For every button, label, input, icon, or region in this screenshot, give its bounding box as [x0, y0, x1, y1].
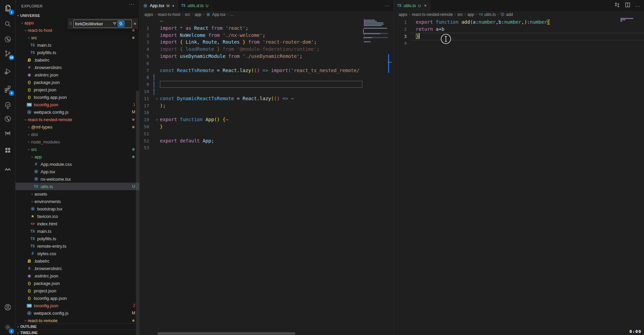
close-icon[interactable]: ×	[424, 3, 427, 8]
eslint-file-icon: ◉	[26, 72, 32, 77]
tree-file--eslintrc-json[interactable]: ◉.eslintrc.json	[16, 272, 139, 280]
fuzzy-search-toggle[interactable]	[118, 21, 124, 27]
tree-file--browserslistrc[interactable]: ≡.browserslistrc	[16, 64, 139, 71]
tree-file-package-json[interactable]: {}package.json	[16, 79, 139, 86]
tree-file-nx-welcome-tsx[interactable]: nx-welcome.tsx	[16, 175, 139, 183]
more-icon[interactable]: ···	[635, 3, 641, 9]
tree-folder-src[interactable]: ›src	[16, 146, 139, 153]
tree-file-tsconfig-app-json[interactable]: {}tsconfig.app.json	[16, 294, 139, 302]
search-icon[interactable]	[0, 16, 15, 32]
breadcrumb-separator: ›	[227, 13, 228, 16]
grid-icon[interactable]	[0, 142, 15, 158]
ts-file-icon: TS	[30, 43, 35, 47]
breadcrumb-app[interactable]: app	[195, 12, 201, 17]
tree-folder-dist[interactable]: ›dist	[16, 131, 139, 138]
tree-folder-react-ts-remote[interactable]: ›react-ts-remote	[16, 317, 139, 324]
tree-file-project-json[interactable]: {}project.json	[16, 86, 139, 93]
tree-file-index-html[interactable]: <>index.html	[16, 220, 139, 227]
breadcrumb-add[interactable]: add	[500, 12, 513, 17]
tree-folder-src[interactable]: ›src	[16, 34, 139, 41]
tree-file-project-json[interactable]: {}project.json	[16, 287, 139, 294]
json-file-icon: {}	[26, 296, 32, 300]
tree-folder-react-ts-nested-remote[interactable]: ›react-ts-nested-remote	[16, 116, 139, 123]
tree-folder-environments[interactable]: ›environments	[16, 198, 139, 205]
breadcrumb-app[interactable]: app	[467, 12, 474, 17]
nx-console-icon[interactable]	[0, 126, 15, 141]
timeline-section[interactable]: › TIMELINE	[16, 330, 139, 335]
tree-file--browserslistrc[interactable]: ≡.browserslistrc	[16, 265, 139, 272]
tab-utils-ts[interactable]: TSutils.tsU×	[394, 0, 430, 11]
tree-file-main-ts[interactable]: TSmain.ts	[16, 227, 139, 235]
overview-ruler	[388, 0, 393, 335]
tree-file-main-ts[interactable]: TSmain.ts	[16, 41, 139, 49]
tree-file-bootstrap-tsx[interactable]: bootstrap.tsx	[16, 205, 139, 213]
compare-changes-icon[interactable]	[614, 2, 620, 9]
code-editor-utils-ts[interactable]: 1export function add(a:number,b:number,)…	[394, 18, 644, 335]
workspace-section-header[interactable]: › UNIVERSE	[16, 12, 139, 19]
breadcrumb-utils-ts[interactable]: TSutils.ts	[479, 12, 496, 17]
tab-utils-d-ts[interactable]: TSutils.d.tsU	[178, 0, 212, 11]
code-line-6: 6	[140, 60, 363, 67]
run-debug-icon[interactable]	[0, 64, 15, 79]
outline-section[interactable]: › OUTLINE	[16, 323, 139, 329]
tree-folder-node-modules[interactable]: ›node_modules	[16, 138, 139, 146]
code-line-17: 17);	[140, 102, 363, 109]
tab-app-tsx[interactable]: App.tsxM●	[140, 0, 178, 11]
tree-file-app-module-css[interactable]: #App.module.css	[16, 160, 139, 168]
tree-folder-assets[interactable]: ›assets	[16, 190, 139, 198]
breadcrumb-separator: ›	[192, 13, 193, 16]
source-control-icon[interactable]: 38	[0, 46, 15, 61]
editor-group-left: App.tsxM●TSutils.d.tsU ··· apps›react-ts…	[140, 0, 394, 335]
breadcrumb-src[interactable]: src	[457, 12, 463, 17]
drag-grip-icon[interactable]: ⠿	[69, 22, 73, 26]
settings-icon[interactable]: 1	[0, 319, 15, 335]
tree-find-input[interactable]	[75, 21, 112, 26]
tree-file--babelrc[interactable]: B.babelrc	[16, 257, 139, 265]
tree-file-styles-css[interactable]: #styles.css	[16, 250, 139, 257]
extensions-icon[interactable]: 3	[0, 81, 15, 97]
tree-file--eslintrc-json[interactable]: ◉.eslintrc.json	[16, 71, 139, 79]
explorer-badge: 1	[9, 9, 14, 15]
close-icon[interactable]: ×	[134, 21, 136, 26]
tree-file-remote-entry-ts[interactable]: TSremote-entry.ts	[16, 242, 139, 250]
horizontal-scrollbar[interactable]	[158, 332, 295, 335]
tree-file-polyfills-ts[interactable]: TSpolyfills.ts	[16, 49, 139, 56]
wave-icon[interactable]	[0, 162, 15, 177]
breadcrumb-react-ts-host[interactable]: react-ts-host	[158, 12, 180, 17]
breadcrumb--[interactable]: ...	[230, 12, 234, 17]
ts-file-icon: TS	[33, 185, 39, 188]
minimap[interactable]	[363, 18, 388, 335]
chevron-right-icon: ›	[30, 200, 34, 203]
tree-folder--mf-types[interactable]: ›@mf-types	[16, 123, 139, 131]
filter-icon[interactable]	[112, 21, 117, 26]
breadcrumb-react-ts-nested-remote[interactable]: react-ts-nested-remote	[412, 12, 453, 17]
tree-file-favicon-ico[interactable]: ★favicon.ico	[16, 213, 139, 220]
tree-file-tsconfig-json[interactable]: TStsconfig.json1	[16, 101, 139, 108]
tree-file--babelrc[interactable]: B.babelrc	[16, 56, 139, 64]
tree-file-tsconfig-app-json[interactable]: {}tsconfig.app.json	[16, 93, 139, 101]
breadcrumb-apps[interactable]: apps	[399, 12, 407, 17]
remote-graph-icon[interactable]	[0, 31, 15, 47]
json-file-icon: {}	[26, 281, 32, 285]
tree-folder-app[interactable]: ›app	[16, 153, 139, 160]
tree-file-polyfills-ts[interactable]: TSpolyfills.ts	[16, 235, 139, 242]
tree-file-tsconfig-json[interactable]: TStsconfig.json2	[16, 302, 139, 309]
sidebar-scrollbar[interactable]	[136, 91, 139, 335]
tree-file-package-json[interactable]: {}package.json	[16, 280, 139, 287]
workspace-name: UNIVERSE	[20, 14, 40, 18]
tree-file-utils-ts[interactable]: TSutils.tsU	[16, 183, 139, 190]
breadcrumb-app-tsx[interactable]: App.tsx	[206, 12, 225, 17]
split-editor-icon[interactable]	[625, 2, 630, 9]
breadcrumb-src[interactable]: src	[185, 12, 190, 17]
explorer-icon[interactable]: 1	[0, 0, 15, 16]
account-icon[interactable]	[0, 299, 15, 315]
code-line-9: 9	[140, 81, 363, 88]
breadcrumb-apps[interactable]: apps	[144, 12, 153, 17]
code-editor-app-tsx[interactable]: ⋯1import * as React from 'react';2import…	[140, 18, 393, 335]
circle-branch-icon[interactable]	[0, 111, 15, 127]
explorer-more-actions[interactable]: ···	[129, 1, 135, 7]
react-icon	[206, 12, 211, 17]
tree-file-webpack-config-js[interactable]: webpack.config.jsM	[16, 108, 139, 116]
tree-file-webpack-config-js[interactable]: webpack.config.jsM	[16, 309, 139, 317]
tree-file-app-tsx[interactable]: App.tsx	[16, 168, 139, 175]
